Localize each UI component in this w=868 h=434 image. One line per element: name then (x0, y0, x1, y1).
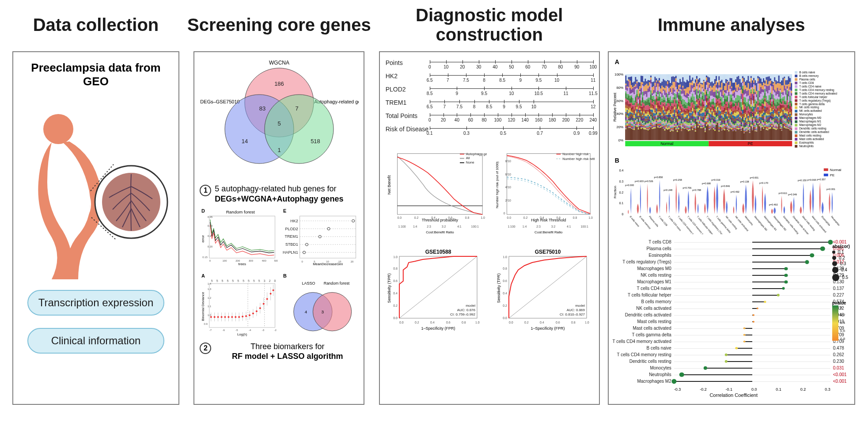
svg-text:0.0: 0.0 (397, 216, 402, 219)
svg-rect-2456 (766, 102, 767, 107)
svg-rect-1865 (728, 118, 729, 119)
svg-rect-2229 (752, 74, 753, 80)
svg-rect-478 (641, 109, 642, 111)
svg-rect-2271 (753, 126, 754, 127)
svg-rect-1719 (718, 127, 720, 129)
svg-rect-1805 (724, 125, 725, 126)
svg-rect-827 (663, 99, 664, 103)
svg-rect-992 (672, 126, 674, 127)
svg-text:p=0.170: p=0.170 (759, 182, 768, 184)
svg-rect-562 (646, 99, 647, 101)
svg-rect-2665 (778, 121, 779, 122)
svg-text:p=0.611: p=0.611 (778, 192, 787, 194)
svg-rect-417 (636, 117, 637, 119)
svg-rect-1903 (731, 91, 732, 95)
svg-rect-392 (635, 114, 636, 117)
svg-rect-256 (626, 100, 628, 101)
svg-rect-306 (629, 118, 631, 120)
svg-rect-553 (644, 126, 646, 127)
svg-rect-1052 (677, 119, 678, 120)
svg-rect-439 (637, 120, 639, 122)
svg-rect-2340 (758, 77, 760, 84)
svg-rect-2468 (766, 128, 767, 129)
svg-rect-622 (649, 129, 650, 140)
svg-rect-2385 (762, 85, 763, 89)
svg-rect-1351 (696, 79, 697, 83)
svg-rect-1306 (693, 83, 694, 87)
svg-rect-1579 (710, 112, 711, 114)
svg-rect-2705 (781, 122, 782, 124)
svg-rect-2465 (766, 124, 767, 125)
svg-rect-1077 (678, 118, 679, 120)
svg-rect-1172 (683, 129, 685, 140)
svg-rect-2825 (789, 82, 791, 87)
svg-rect-2400 (762, 124, 763, 124)
svg-rect-2424 (763, 127, 764, 128)
svg-rect-1920 (731, 129, 732, 140)
svg-text:0.4: 0.4 (840, 321, 845, 325)
svg-rect-855 (664, 114, 665, 115)
svg-rect-2411 (763, 99, 764, 104)
svg-rect-1607 (711, 122, 713, 124)
svg-rect-1352 (696, 83, 697, 86)
svg-rect-2031 (739, 74, 740, 79)
svg-rect-2335 (757, 119, 758, 120)
svg-rect-2542 (771, 102, 773, 104)
svg-rect-860 (664, 125, 665, 126)
svg-rect-877 (665, 116, 667, 118)
svg-point-110 (224, 316, 226, 318)
svg-rect-284 (628, 119, 629, 119)
svg-rect-655 (652, 108, 653, 110)
svg-rect-2041 (739, 116, 740, 117)
svg-rect-1593 (711, 88, 713, 90)
svg-rect-2221 (750, 114, 751, 117)
svg-rect-267 (626, 121, 628, 122)
svg-rect-1425 (700, 112, 701, 114)
rf-error-plot: D Random forest error trees 0.150.200.25… (199, 207, 278, 270)
svg-rect-688 (653, 129, 654, 140)
svg-rect-317 (631, 85, 632, 90)
svg-rect-1604 (711, 115, 713, 118)
svg-rect-328 (631, 116, 632, 118)
svg-rect-1014 (674, 122, 675, 124)
svg-rect-401 (635, 126, 636, 126)
svg-rect-907 (667, 128, 668, 130)
svg-rect-1383 (697, 115, 699, 117)
svg-rect-577 (646, 129, 647, 129)
svg-rect-872 (665, 106, 667, 109)
svg-rect-1020 (675, 76, 676, 79)
svg-rect-2130 (745, 118, 746, 120)
svg-rect-1219 (688, 87, 689, 94)
svg-rect-1348 (695, 132, 696, 140)
svg-rect-1619 (713, 102, 714, 105)
svg-rect-2006 (736, 128, 738, 128)
svg-rect-2798 (786, 127, 788, 128)
svg-rect-1168 (683, 124, 685, 125)
svg-rect-2013 (738, 91, 739, 95)
title-screening: Screening core genes (187, 4, 371, 45)
svg-rect-535 (644, 74, 646, 79)
svg-rect-743 (657, 112, 659, 115)
svg-rect-1839 (727, 97, 728, 102)
svg-rect-1285 (692, 81, 693, 85)
svg-rect-1976 (735, 117, 736, 118)
svg-rect-480 (641, 113, 642, 114)
svg-rect-685 (653, 126, 654, 126)
svg-rect-2140 (745, 131, 746, 140)
svg-rect-1366 (696, 116, 697, 119)
svg-rect-2042 (739, 117, 740, 120)
svg-rect-2054 (740, 83, 742, 90)
svg-rect-2680 (780, 116, 781, 118)
svg-rect-1015 (674, 124, 675, 125)
svg-rect-2408 (763, 89, 764, 92)
svg-rect-2847 (791, 91, 792, 93)
svg-rect-2581 (774, 74, 775, 77)
svg-rect-2589 (774, 109, 775, 111)
svg-rect-2246 (752, 128, 753, 129)
svg-rect-578 (646, 129, 647, 140)
svg-rect-1006 (674, 106, 675, 107)
svg-rect-678 (653, 113, 654, 117)
title-data-collection: Data collection (33, 4, 159, 45)
svg-rect-1036 (675, 125, 676, 126)
svg-rect-1856 (728, 82, 729, 85)
